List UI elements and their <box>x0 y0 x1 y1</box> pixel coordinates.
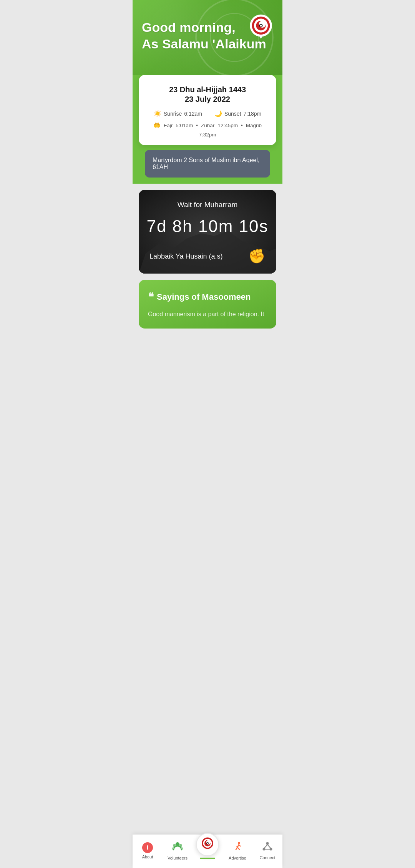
svg-point-7 <box>260 25 262 27</box>
dot-1: • <box>196 123 198 128</box>
prayer-times-row: 🤲 Fajr 5:01am • Zuhar 12:45pm • Magrib 7… <box>145 122 270 138</box>
svg-line-29 <box>267 845 271 848</box>
sayings-text: Good mannerism is a part of the religion… <box>148 309 267 319</box>
fist-icon: ✊ <box>248 248 266 264</box>
sunrise-item: ☀️ Sunrise 6:12am <box>154 110 202 117</box>
date-section-wrapper: 23 Dhu al-Hijjah 1443 23 July 2022 ☀️ Su… <box>133 75 282 184</box>
countdown-timer: 7d 8h 10m 10s <box>146 217 269 236</box>
svg-point-8 <box>176 842 179 846</box>
date-card: 23 Dhu al-Hijjah 1443 23 July 2022 ☀️ Su… <box>139 75 276 145</box>
sayings-title: ❝ Sayings of Masoomeen <box>148 290 267 303</box>
sunset-time: 7:18pm <box>244 111 262 117</box>
nav-item-advertise[interactable]: Advertise <box>222 841 252 860</box>
prayer-icon: 🤲 <box>153 122 161 129</box>
sunrise-time: 6:12am <box>184 111 202 117</box>
sun-times-row: ☀️ Sunrise 6:12am 🌙 Sunset 7:18pm <box>145 110 270 117</box>
sunset-label: Sunset <box>224 111 241 117</box>
countdown-card: Wait for Muharram 7d 8h 10m 10s Labbaik … <box>139 190 276 274</box>
magrib-time: 7:32pm <box>199 132 216 138</box>
nav-item-volunteers[interactable]: Volunteers <box>163 841 193 860</box>
svg-line-24 <box>239 845 241 846</box>
about-label: About <box>142 855 153 859</box>
sunrise-icon: ☀️ <box>154 110 161 117</box>
fajr-time: 5:01am <box>176 123 193 128</box>
svg-point-18 <box>207 843 208 844</box>
advertise-label: Advertise <box>229 856 246 860</box>
main-content: Wait for Muharram 7d 8h 10m 10s Labbaik … <box>133 184 282 367</box>
nav-center-active-bar <box>200 858 215 859</box>
zuhar-time: 12:45pm <box>217 123 238 128</box>
svg-line-22 <box>237 847 239 850</box>
dot-2: • <box>241 123 243 128</box>
svg-line-28 <box>264 845 267 848</box>
event-banner: Martyrdom 2 Sons of Muslim ibn Aqeel, 61… <box>145 150 270 178</box>
sunset-item: 🌙 Sunset 7:18pm <box>214 110 261 117</box>
nav-item-about[interactable]: i About <box>133 842 163 859</box>
connect-label: Connect <box>260 855 276 860</box>
advertise-icon <box>232 841 243 854</box>
volunteers-icon <box>172 841 183 854</box>
nav-item-connect[interactable]: Connect <box>252 841 282 860</box>
fajr-label: Fajr <box>164 123 173 128</box>
gregorian-date: 23 July 2022 <box>145 95 270 104</box>
countdown-footer: Labbaik Ya Husain (a.s) ✊ <box>146 248 269 264</box>
countdown-slogan: Labbaik Ya Husain (a.s) <box>149 252 222 261</box>
islamic-date: 23 Dhu al-Hijjah 1443 <box>145 84 270 95</box>
hero-section: Good morning, As Salamu 'Alaikum <box>133 0 282 75</box>
volunteers-label: Volunteers <box>168 856 188 860</box>
about-icon: i <box>142 842 153 853</box>
magrib-label: Magrib <box>246 123 262 128</box>
connect-icon <box>262 841 272 854</box>
greeting-line1: Good morning, <box>142 20 236 35</box>
app-logo[interactable] <box>247 14 275 41</box>
countdown-title: Wait for Muharram <box>146 201 269 209</box>
countdown-content: Wait for Muharram 7d 8h 10m 10s Labbaik … <box>146 201 269 264</box>
sayings-card: ❝ Sayings of Masoomeen Good mannerism is… <box>139 280 276 329</box>
home-logo <box>196 833 219 856</box>
bottom-nav: i About Volunteers <box>133 834 282 868</box>
quote-mark-icon: ❝ <box>148 290 154 303</box>
sayings-title-text: Sayings of Masoomeen <box>157 292 251 302</box>
event-banner-text: Martyrdom 2 Sons of Muslim ibn Aqeel, 61… <box>153 157 259 170</box>
sunrise-label: Sunrise <box>164 111 182 117</box>
zuhar-label: Zuhar <box>201 123 214 128</box>
sunset-icon: 🌙 <box>214 110 222 117</box>
nav-item-home[interactable] <box>193 833 222 859</box>
